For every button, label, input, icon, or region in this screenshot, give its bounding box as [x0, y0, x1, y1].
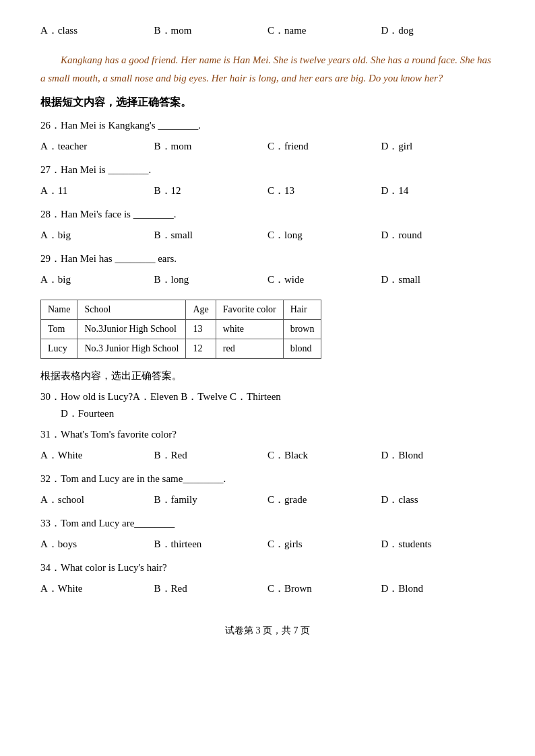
option-item: B．Red — [154, 580, 268, 598]
question-block: 27．Han Mei is ________.A．11B．12C．13D．14 — [40, 161, 495, 200]
option-item: A．boys — [40, 535, 154, 553]
question-option-d: D．Fourteen — [61, 407, 495, 420]
table-question-block: 32．Tom and Lucy are in the same________.… — [40, 470, 495, 509]
top-options-row: A．class B．mom C．name D．dog — [40, 20, 495, 40]
table-cell: No.3 Junior High School — [77, 339, 186, 359]
table-question-block: 30．How old is Lucy?A．Eleven B．Twelve C．T… — [40, 388, 495, 420]
option-item: A．White — [40, 446, 154, 465]
option-item: B．12 — [154, 182, 268, 200]
option-item: C．Brown — [268, 580, 381, 598]
options-line: A．WhiteB．RedC．BrownD．Blond — [40, 580, 495, 598]
option-item: C．13 — [268, 182, 381, 200]
table-questions-container: 30．How old is Lucy?A．Eleven B．Twelve C．T… — [40, 388, 495, 598]
table-header-cell: Hair — [283, 300, 321, 320]
option-item: A．White — [40, 580, 154, 598]
option-item: D．girl — [381, 137, 495, 156]
question-text: 30．How old is Lucy?A．Eleven B．Twelve C．T… — [40, 388, 495, 406]
question-block: 29．Han Mei has ________ ears.A．bigB．long… — [40, 250, 495, 289]
question-text: 29．Han Mei has ________ ears. — [40, 250, 495, 268]
data-table: NameSchoolAgeFavorite colorHairTomNo.3Ju… — [40, 300, 321, 359]
table-cell: 13 — [186, 320, 216, 339]
question-text: 27．Han Mei is ________. — [40, 161, 495, 179]
question-text: 32．Tom and Lucy are in the same________. — [40, 470, 495, 488]
table-cell: Lucy — [41, 339, 77, 359]
option-item: D．class — [381, 491, 495, 509]
question-text: 26．Han Mei is Kangkang's ________. — [40, 116, 495, 135]
table-header-cell: Favorite color — [216, 300, 283, 320]
option-item: D．round — [381, 226, 495, 244]
table-cell: red — [216, 339, 283, 359]
option-a-class: A．class — [40, 20, 154, 40]
table-header-cell: School — [77, 300, 186, 320]
options-line: A．11B．12C．13D．14 — [40, 182, 495, 200]
option-b-mom: B．mom — [154, 20, 268, 40]
option-item: B．long — [154, 271, 268, 289]
options-line: A．bigB．longC．wideD．small — [40, 271, 495, 289]
question-text: 31．What's Tom's favorite color? — [40, 425, 495, 444]
option-item: C．girls — [268, 535, 381, 553]
option-item: D．students — [381, 535, 495, 553]
option-item: C．long — [268, 226, 381, 244]
option-item: D．small — [381, 271, 495, 289]
table-question-block: 31．What's Tom's favorite color?A．WhiteB．… — [40, 425, 495, 465]
table-question-block: 34．What color is Lucy's hair?A．WhiteB．Re… — [40, 559, 495, 598]
options-line: A．WhiteB．RedC．BlackD．Blond — [40, 446, 495, 465]
option-item: D．14 — [381, 182, 495, 200]
question-text: 33．Tom and Lucy are________ — [40, 514, 495, 532]
option-item: C．friend — [268, 137, 381, 156]
option-item: A．big — [40, 226, 154, 244]
option-c-name: C．name — [268, 20, 381, 40]
option-item: D．Blond — [381, 580, 495, 598]
option-item: C．Black — [268, 446, 381, 465]
question-text: 28．Han Mei's face is ________. — [40, 205, 495, 224]
option-item: A．big — [40, 271, 154, 289]
table-cell: brown — [283, 320, 321, 339]
question-text: 34．What color is Lucy's hair? — [40, 559, 495, 577]
option-item: C．wide — [268, 271, 381, 289]
table-cell: white — [216, 320, 283, 339]
option-item: B．mom — [154, 137, 268, 156]
options-line: A．boysB．thirteenC．girlsD．students — [40, 535, 495, 553]
option-item: B．family — [154, 491, 268, 509]
reading-passage: Kangkang has a good friend. Her name is … — [40, 51, 495, 88]
option-item: B．Red — [154, 446, 268, 465]
option-item: A．11 — [40, 182, 154, 200]
table-row: LucyNo.3 Junior High School12redblond — [41, 339, 321, 359]
option-item: D．Blond — [381, 446, 495, 465]
table-question-block: 33．Tom and Lucy are________A．boysB．thirt… — [40, 514, 495, 553]
question-block: 26．Han Mei is Kangkang's ________.A．teac… — [40, 116, 495, 156]
questions-container: 26．Han Mei is Kangkang's ________.A．teac… — [40, 116, 495, 289]
question-block: 28．Han Mei's face is ________.A．bigB．sma… — [40, 205, 495, 244]
options-line: A．bigB．smallC．longD．round — [40, 226, 495, 244]
table-header-cell: Name — [41, 300, 77, 320]
option-item: A．teacher — [40, 137, 154, 156]
option-item: A．school — [40, 491, 154, 509]
table-cell: 12 — [186, 339, 216, 359]
option-item: C．grade — [268, 491, 381, 509]
option-d-dog: D．dog — [381, 20, 495, 40]
options-line: A．schoolB．familyC．gradeD．class — [40, 491, 495, 509]
option-item: B．small — [154, 226, 268, 244]
options-line: A．teacherB．momC．friendD．girl — [40, 137, 495, 156]
section-title-1: 根据短文内容，选择正确答案。 — [40, 96, 495, 110]
table-header-cell: Age — [186, 300, 216, 320]
table-row: TomNo.3Junior High School13whitebrown — [41, 320, 321, 339]
table-cell: No.3Junior High School — [77, 320, 186, 339]
option-item: B．thirteen — [154, 535, 268, 553]
table-cell: Tom — [41, 320, 77, 339]
table-cell: blond — [283, 339, 321, 359]
table-section-title: 根据表格内容，选出正确答案。 — [40, 370, 495, 382]
page-footer: 试卷第 3 页，共 7 页 — [40, 625, 495, 637]
